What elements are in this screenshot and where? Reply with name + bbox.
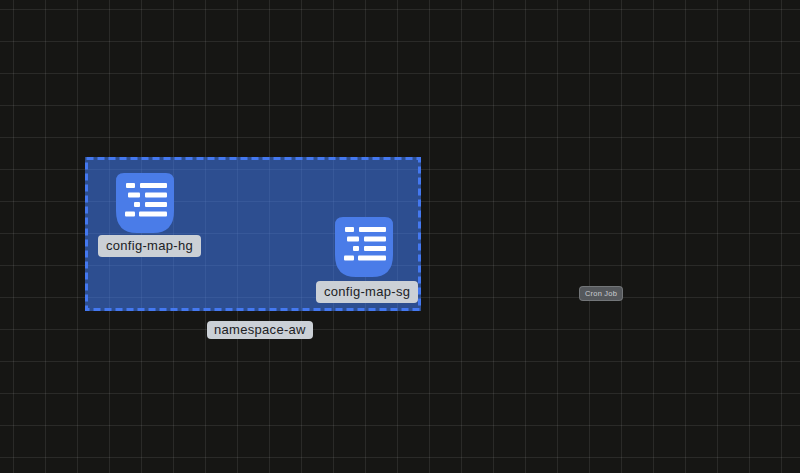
node-config-map-hg[interactable] [116,173,174,233]
node-label-config-map-hg[interactable]: config-map-hg [98,235,201,257]
drag-item-cron-job[interactable]: Cron Job [579,286,623,301]
node-config-map-sg[interactable] [335,217,393,277]
config-map-icon [116,173,174,233]
diagram-canvas[interactable]: config-map-hg config-map-sg namespace-aw… [0,0,800,473]
node-label-config-map-sg[interactable]: config-map-sg [316,281,418,303]
namespace-label[interactable]: namespace-aw [207,321,313,339]
config-map-icon [335,217,393,277]
